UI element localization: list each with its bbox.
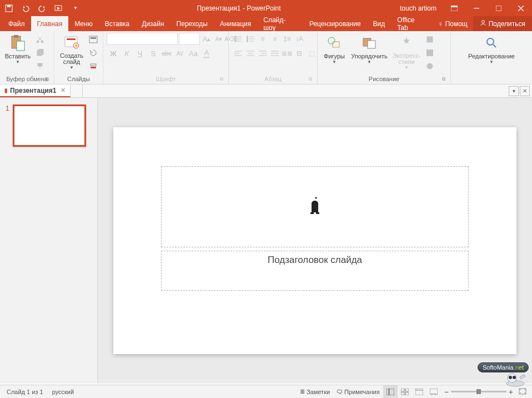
tell-me-help[interactable]: ♀Помощ <box>433 16 473 31</box>
new-tab-button[interactable] <box>71 84 83 97</box>
user-name[interactable]: touch artiom <box>393 4 443 12</box>
qat-dropdown-icon[interactable]: ▼ <box>71 4 80 13</box>
slide-thumbnail[interactable] <box>13 105 86 147</box>
line-spacing-icon[interactable]: ‡≡ <box>281 33 293 45</box>
slide-sorter-view-icon[interactable] <box>398 385 412 399</box>
tab-slideshow[interactable]: Слайд-шоу <box>257 16 303 31</box>
reading-view-icon[interactable] <box>412 385 426 399</box>
bullets-icon[interactable] <box>232 33 244 45</box>
group-drawing: Фигуры▼ Упорядочить▼ Экспресс-стили▼ Рис… <box>318 31 451 84</box>
align-left-icon[interactable] <box>232 47 244 59</box>
tab-officetab[interactable]: Office Tab <box>391 16 432 31</box>
decrease-indent-icon[interactable]: ≡ <box>257 33 269 45</box>
columns-icon[interactable]: ≣≣ <box>281 47 293 59</box>
tab-design[interactable]: Дизайн <box>135 16 170 31</box>
zoom-out-icon[interactable]: − <box>444 387 449 396</box>
ribbon-tabs: Файл Главная Меню Вставка Дизайн Переход… <box>0 16 532 31</box>
launcher-icon[interactable]: ⧉ <box>307 75 314 82</box>
tab-animation[interactable]: Анимация <box>214 16 257 31</box>
cut-icon[interactable] <box>34 34 46 45</box>
svg-rect-25 <box>91 67 96 68</box>
comments-button[interactable]: 🗨Примечания <box>333 389 383 395</box>
subtitle-placeholder[interactable]: Подзаголовок слайда <box>161 251 469 291</box>
paste-icon <box>9 34 27 52</box>
reset-icon[interactable] <box>88 47 99 58</box>
strikethrough-button[interactable]: abc <box>160 47 173 59</box>
paste-button[interactable]: Вставить ▼ <box>3 33 32 64</box>
svg-point-30 <box>235 41 236 42</box>
svg-rect-12 <box>17 41 24 51</box>
quick-styles-button[interactable]: Экспресс-стили▼ <box>391 33 422 70</box>
svg-rect-67 <box>415 389 423 395</box>
format-painter-icon[interactable] <box>34 61 46 72</box>
launcher-icon[interactable]: ⧉ <box>218 75 225 82</box>
tab-insert[interactable]: Вставка <box>99 16 136 31</box>
start-from-beginning-icon[interactable] <box>54 4 63 13</box>
copy-icon[interactable] <box>34 47 46 58</box>
tab-transitions[interactable]: Переходы <box>170 16 214 31</box>
tab-menu[interactable]: Меню <box>68 16 98 31</box>
zoom-slider[interactable] <box>451 391 506 392</box>
shrink-font-icon[interactable]: A▾ <box>213 33 224 45</box>
slide-position[interactable]: Слайд 1 из 1 <box>2 389 48 395</box>
workspace: 1 Подзаголовок слайда <box>0 98 532 384</box>
tab-view[interactable]: Вид <box>367 16 392 31</box>
language-indicator[interactable]: русский <box>48 389 78 395</box>
shadow-button[interactable]: S <box>147 47 160 59</box>
smartart-icon[interactable]: ⬚ <box>305 47 318 59</box>
char-spacing-button[interactable]: AV <box>173 47 187 59</box>
change-case-button[interactable]: Aa <box>187 47 200 59</box>
title-placeholder[interactable] <box>161 166 469 247</box>
section-icon[interactable] <box>88 61 99 72</box>
normal-view-icon[interactable] <box>383 385 398 399</box>
arrange-button[interactable]: Упорядочить▼ <box>350 33 389 64</box>
zoom-in-icon[interactable]: + <box>509 387 513 396</box>
increase-indent-icon[interactable]: ≡ <box>269 33 281 45</box>
tab-dropdown-icon[interactable]: ▾ <box>509 86 519 96</box>
svg-rect-65 <box>401 392 404 395</box>
align-center-icon[interactable] <box>244 47 257 59</box>
text-direction-icon[interactable]: ↕A <box>293 33 305 45</box>
slide-thumbnails-panel: 1 <box>0 98 98 384</box>
numbering-icon[interactable]: 123 <box>244 33 257 45</box>
document-tab[interactable]: ▮ Презентация1 ✕ <box>0 84 71 97</box>
layout-icon[interactable] <box>88 34 99 45</box>
fit-to-window-icon[interactable] <box>519 388 526 396</box>
save-icon[interactable] <box>4 4 13 13</box>
tab-file[interactable]: Файл <box>2 16 31 31</box>
font-size-select[interactable] <box>179 33 200 45</box>
notes-button[interactable]: ≣Заметки <box>297 388 333 395</box>
share-button[interactable]: Поделиться <box>473 16 532 31</box>
tab-review[interactable]: Рецензирование <box>303 16 367 31</box>
align-right-icon[interactable] <box>257 47 269 59</box>
tab-home[interactable]: Главная <box>31 16 69 31</box>
ribbon-display-options-icon[interactable] <box>443 0 465 16</box>
close-icon[interactable] <box>510 0 532 16</box>
maximize-icon[interactable] <box>488 0 510 16</box>
tab-close-all-icon[interactable]: ✕ <box>520 86 530 96</box>
bold-button[interactable]: Ж <box>107 47 120 59</box>
shape-fill-icon[interactable] <box>424 34 435 45</box>
shape-outline-icon[interactable] <box>424 47 435 58</box>
minimize-icon[interactable] <box>465 0 488 16</box>
justify-icon[interactable] <box>269 47 281 59</box>
editing-button[interactable]: Редактирование▼ <box>465 33 518 64</box>
italic-button[interactable]: К <box>120 47 133 59</box>
font-family-select[interactable] <box>107 33 178 45</box>
launcher-icon[interactable]: ⧉ <box>440 75 447 82</box>
svg-rect-4 <box>451 6 458 7</box>
shape-effects-icon[interactable] <box>424 61 435 72</box>
underline-button[interactable]: Ч <box>133 47 147 59</box>
slideshow-view-icon[interactable] <box>426 385 441 399</box>
font-color-button[interactable]: A <box>200 47 213 59</box>
redo-icon[interactable] <box>38 4 47 13</box>
close-tab-icon[interactable]: ✕ <box>61 87 66 94</box>
align-text-icon[interactable]: ⊟ <box>293 47 305 59</box>
shapes-button[interactable]: Фигуры▼ <box>321 33 348 64</box>
group-paragraph: 123 ≡ ≡ ‡≡ ↕A ≣≣ ⊟ ⬚ Абзац⧉ <box>229 31 318 84</box>
slide[interactable]: Подзаголовок слайда <box>113 127 516 354</box>
undo-icon[interactable] <box>21 4 30 13</box>
launcher-icon[interactable]: ⧉ <box>44 75 51 82</box>
new-slide-button[interactable]: ✦ Создать слайд ▼ <box>58 33 86 70</box>
grow-font-icon[interactable]: A▴ <box>201 33 212 45</box>
